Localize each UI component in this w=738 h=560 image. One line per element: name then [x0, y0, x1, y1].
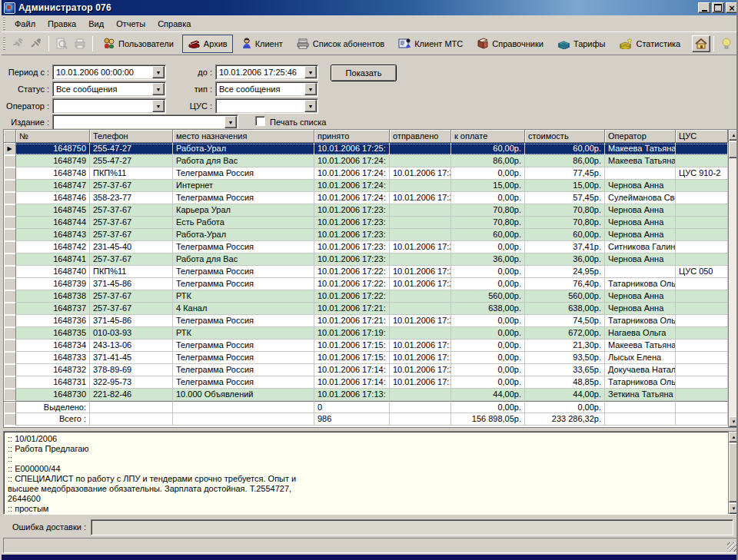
table-row[interactable]: 1648738 257-37-67 РТК 10.01.2006 17:22: … [4, 290, 738, 303]
maximize-button[interactable] [712, 2, 724, 13]
table-row[interactable]: 1648742 231-45-40 Телеграмма Россия 10.0… [4, 241, 738, 253]
cell-received: 10.01.2006 17:15: [314, 340, 390, 352]
show-button[interactable]: Показать [331, 65, 397, 81]
table-scrollbar[interactable]: ▲ ▼ [728, 130, 738, 427]
chevron-down-icon[interactable]: ▼ [304, 66, 317, 78]
cell-operator: Зеткина Татьяна [605, 389, 676, 401]
cell-cost: 44,00р. [525, 389, 605, 401]
header-phone[interactable]: Телефон [90, 130, 173, 143]
lamp-button[interactable] [717, 35, 736, 52]
minimize-button[interactable] [698, 2, 710, 13]
table-row[interactable]: 1648733 371-41-45 Телеграмма Россия 10.0… [4, 352, 738, 364]
type-combo[interactable]: Все сообщения ▼ [215, 81, 318, 97]
table-row[interactable]: 1648743 257-37-67 Работа-Урал 10.01.2006… [4, 229, 738, 241]
cell-cost: 48,85р. [525, 376, 605, 389]
cell-destination: Карьера Урал [173, 204, 314, 217]
menu-file[interactable]: Файл [8, 17, 42, 31]
toolbar-button-users[interactable]: Пользователи [98, 35, 179, 53]
header-number[interactable]: № [16, 130, 90, 143]
row-indicator [4, 180, 16, 192]
header-to-pay[interactable]: к оплате [451, 130, 525, 143]
chevron-down-icon[interactable]: ▼ [152, 66, 165, 78]
scroll-up-icon[interactable]: ▲ [729, 130, 738, 141]
cus-combo[interactable]: ▼ [215, 98, 318, 114]
scroll-down-icon[interactable]: ▼ [729, 503, 738, 514]
header-cost[interactable]: стоимость [525, 130, 605, 143]
table-row[interactable]: 1648750 255-47-27 Работа-Урал 10.01.2006… [4, 143, 738, 155]
operator-combo[interactable]: ▼ [52, 98, 166, 114]
scrollbar-thumb[interactable] [729, 141, 738, 158]
table-row[interactable]: 1648735 010-03-93 РТК 10.01.2006 17:19: … [4, 327, 738, 340]
chevron-down-icon[interactable]: ▼ [152, 100, 165, 112]
header-destination[interactable]: место назначения [173, 130, 314, 143]
resize-grip[interactable] [727, 542, 736, 552]
chevron-down-icon[interactable]: ▼ [152, 83, 165, 95]
toolbar-button-statistics[interactable]: Статистика [613, 35, 686, 53]
cell-destination: Телеграмма Россия [173, 278, 314, 290]
table-row[interactable]: 1648748 ПКП%11 Телеграмма Россия 10.01.2… [4, 167, 738, 180]
table-row[interactable]: 1648734 243-13-06 Телеграмма Россия 10.0… [4, 340, 738, 352]
cell-destination: Телеграмма Россия [173, 340, 314, 352]
cell-empty [390, 401, 451, 413]
chevron-down-icon[interactable]: ▼ [304, 83, 317, 95]
header-operator[interactable]: Оператор [605, 130, 676, 143]
cell-to-pay: 0,00р. [451, 340, 525, 352]
title-bar[interactable]: Администратор 076 [2, 0, 738, 15]
scroll-up-icon[interactable]: ▲ [729, 432, 738, 442]
table-row[interactable]: 1648747 257-37-67 Интернет 10.01.2006 17… [4, 180, 738, 192]
table-row[interactable]: 1648746 358-23-77 Телеграмма Россия 10.0… [4, 192, 738, 204]
chevron-down-icon[interactable]: ▼ [304, 100, 317, 112]
row-indicator [4, 327, 16, 340]
menu-reports[interactable]: Отчеты [110, 17, 151, 31]
message-scrollbar[interactable]: ▲ ▼ [728, 432, 738, 514]
period-to-combo[interactable]: 10.01.2006 17:25:46 ▼ [215, 65, 318, 80]
chevron-down-icon[interactable]: ▼ [224, 116, 237, 128]
toolbar-button-archive[interactable]: Архив [182, 35, 233, 53]
table-row[interactable]: 1648732 378-89-69 Телеграмма Россия 10.0… [4, 364, 738, 376]
period-from-combo[interactable]: 10.01.2006 00:00:00 ▼ [52, 65, 166, 80]
table-row[interactable]: 1648745 257-37-67 Карьера Урал 10.01.200… [4, 204, 738, 217]
edition-combo[interactable]: ▼ [52, 114, 238, 130]
home-button[interactable] [692, 35, 710, 52]
toolbar-button-client[interactable]: Клиент [236, 35, 288, 53]
print-button[interactable] [71, 35, 89, 52]
table-row[interactable]: 1648731 322-95-73 Телеграмма Россия 10.0… [4, 376, 738, 389]
menu-view[interactable]: Вид [82, 17, 110, 31]
row-indicator [4, 241, 16, 253]
print-preview-button[interactable] [52, 35, 71, 52]
header-cus[interactable]: ЦУС [676, 130, 728, 143]
scroll-down-icon[interactable]: ▼ [729, 416, 738, 427]
menubar-gripper[interactable] [3, 18, 5, 30]
print-list-checkbox[interactable] [255, 116, 265, 126]
scrollbar-thumb[interactable] [729, 443, 738, 502]
table-row[interactable]: 1648736 371-45-86 Телеграмма Россия 10.0… [4, 315, 738, 327]
table-row[interactable]: 1648730 221-82-46 10.000 Объявлений 10.0… [4, 389, 738, 401]
table-row[interactable]: 1648741 257-37-67 Работа для Вас 10.01.2… [4, 253, 738, 266]
cell-phone: 257-37-67 [90, 303, 173, 315]
toolbar-button-tariffs[interactable]: Тарифы [552, 35, 611, 53]
table-row[interactable]: 1648739 371-45-86 Телеграмма Россия 10.0… [4, 278, 738, 290]
cell-sent [390, 217, 451, 229]
menu-help[interactable]: Справка [151, 17, 197, 31]
toolbar-gripper[interactable] [3, 38, 5, 50]
cell-cost: 33,65р. [525, 364, 605, 376]
table-row[interactable]: 1648749 255-47-27 Работа для Вас 10.01.2… [4, 155, 738, 167]
message-preview[interactable]: :: 10/01/2006:: Работа Предлагаю:::: E00… [3, 431, 738, 515]
delivery-error-field[interactable] [91, 519, 733, 535]
cell-number: 1648736 [16, 315, 90, 327]
toolbar-button-subscriber-list[interactable]: Список абонентов [291, 35, 390, 53]
table-row[interactable]: 1648740 ПКП%11 Телеграмма Россия 10.01.2… [4, 266, 738, 278]
header-sent[interactable]: отправлено [390, 130, 451, 143]
header-received[interactable]: принято [314, 130, 390, 143]
toolbar-button-client-mts[interactable]: Клиент МТС [393, 35, 468, 53]
table-row[interactable]: 1648737 257-37-67 4 Канал 10.01.2006 17:… [4, 303, 738, 315]
close-button[interactable] [726, 2, 738, 13]
cell-number: 1648731 [16, 376, 90, 389]
table-row[interactable]: 1648744 257-37-67 Есть Работа 10.01.2006… [4, 217, 738, 229]
cell-number: 1648734 [16, 340, 90, 352]
toolbar-button-directories[interactable]: Справочники [471, 35, 549, 53]
disconnect-button[interactable] [27, 35, 45, 52]
menu-edit[interactable]: Правка [42, 17, 82, 31]
connect-button[interactable] [8, 35, 27, 52]
status-combo[interactable]: Все сообщения ▼ [52, 81, 166, 97]
